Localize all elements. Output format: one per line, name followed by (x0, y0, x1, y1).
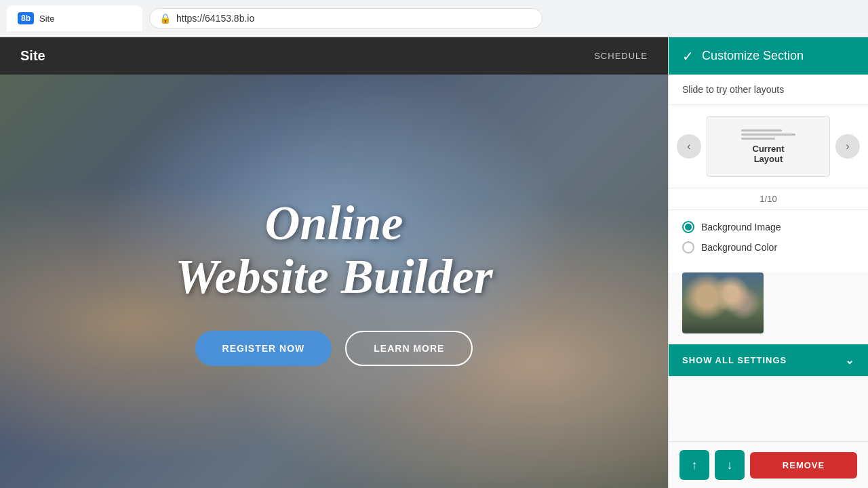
mini-line-3 (741, 138, 775, 140)
panel-header: ✓ Customize Section (669, 37, 868, 75)
bg-image-label: Background Image (701, 222, 781, 232)
panel-bottom: ↑ ↓ REMOVE (669, 441, 868, 488)
show-settings-label: SHOW ALL SETTINGS (682, 355, 787, 365)
tab-title: Site (39, 14, 54, 24)
site-nav: Site SCHEDULE (0, 37, 668, 75)
hero-line2: Website Builder (175, 249, 493, 304)
layout-preview: CurrentLayout (707, 116, 830, 177)
layout-pagination: 1/10 (669, 188, 868, 210)
bg-thumbnail[interactable] (682, 272, 764, 333)
bg-image-radio[interactable] (682, 221, 694, 233)
hero-content: Online Website Builder REGISTER NOW LEAR… (175, 197, 493, 366)
move-down-button[interactable]: ↓ (715, 450, 745, 480)
address-bar[interactable]: 🔒 https://64153.8b.io (149, 8, 542, 28)
remove-button[interactable]: REMOVE (750, 452, 857, 479)
url-text: https://64153.8b.io (176, 13, 254, 24)
register-button[interactable]: REGISTER NOW (195, 331, 332, 366)
options-area: Background Image Background Color (669, 210, 868, 272)
photo-simulation (682, 272, 764, 333)
layout-label: CurrentLayout (753, 144, 785, 164)
panel-subheader: Slide to try other layouts (669, 75, 868, 105)
check-icon: ✓ (682, 48, 694, 64)
subheader-text: Slide to try other layouts (682, 84, 784, 95)
site-nav-links: SCHEDULE (594, 51, 648, 61)
layout-mini-preview (741, 129, 795, 140)
customize-panel: ✓ Customize Section Slide to try other l… (668, 37, 868, 488)
lock-icon: 🔒 (159, 13, 171, 24)
radio-dot-selected (685, 224, 692, 230)
browser-tab[interactable]: 8b Site (7, 5, 142, 31)
show-all-settings-button[interactable]: SHOW ALL SETTINGS ⌄ (669, 344, 868, 376)
mini-line-2 (741, 134, 795, 136)
panel-title: Customize Section (702, 49, 804, 63)
hero-line1: Online (264, 196, 403, 250)
bg-image-option[interactable]: Background Image (682, 221, 854, 233)
pagination-text: 1/10 (760, 194, 776, 204)
hero-buttons: REGISTER NOW LEARN MORE (175, 331, 493, 366)
bg-color-radio[interactable] (682, 241, 694, 253)
layout-slider: ‹ CurrentLayout › (669, 105, 868, 188)
move-up-button[interactable]: ↑ (679, 450, 709, 480)
layout-prev-button[interactable]: ‹ (677, 134, 701, 159)
tab-logo: 8b (18, 12, 34, 24)
mini-line-1 (741, 129, 782, 131)
bg-color-label: Background Color (701, 242, 777, 253)
hero-title: Online Website Builder (175, 197, 493, 304)
layout-next-button[interactable]: › (835, 134, 860, 159)
hero-section: Online Website Builder REGISTER NOW LEAR… (0, 75, 668, 488)
main-area: Site SCHEDULE Online Website Builder REG… (0, 37, 868, 488)
site-nav-title: Site (20, 48, 45, 64)
chevron-down-icon: ⌄ (845, 354, 854, 367)
learn-more-button[interactable]: LEARN MORE (345, 331, 473, 366)
browser-bar: 8b Site 🔒 https://64153.8b.io (0, 0, 868, 37)
preview-area: Site SCHEDULE Online Website Builder REG… (0, 37, 668, 488)
site-nav-link-schedule[interactable]: SCHEDULE (594, 51, 648, 61)
panel-spacer (669, 387, 868, 441)
bg-color-option[interactable]: Background Color (682, 241, 854, 253)
